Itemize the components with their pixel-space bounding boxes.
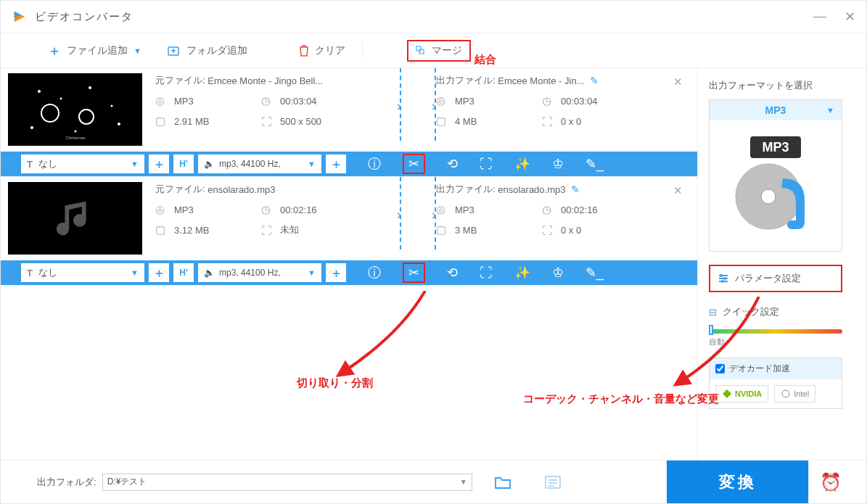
open-folder-icon[interactable] [494,475,511,489]
list-icon[interactable] [544,475,562,489]
output-file-label: 出力ファイル: [436,183,496,196]
rotate-icon[interactable]: ⟲ [447,156,458,172]
folder-plus-icon [168,45,181,57]
watermark-icon[interactable]: ♔ [552,156,564,172]
source-file-label: 元ファイル: [155,183,205,196]
dimension-icon: ⛶ [542,224,556,236]
format-icon: ◎ [436,94,451,107]
convert-button[interactable]: 変換 [667,460,808,504]
output-format-label: 出力フォーマットを選択 [709,79,842,92]
format-icon: ◎ [155,94,170,107]
minimize-button[interactable]: — [813,9,826,25]
subtitle-T-icon: T [27,268,33,278]
svg-point-23 [782,390,789,397]
crop-icon[interactable]: ⛶ [480,157,493,172]
format-card[interactable]: MP3▼ MP3 [709,99,842,252]
scissors-icon[interactable]: ✂ [408,157,419,171]
dimension-icon: ⛶ [261,115,276,128]
merge-button[interactable]: マージ [432,44,462,57]
cut-button-highlight: ✂ [403,154,425,174]
clock-icon: ◷ [542,94,556,107]
svg-point-11 [74,131,76,133]
parameter-settings-button[interactable]: パラメータ設定 [709,265,842,292]
output-folder-label: 出力フォルダ: [37,476,96,489]
crop-icon[interactable]: ⛶ [480,265,493,281]
add-file-button[interactable]: ファイル追加 [67,44,128,57]
effects-icon[interactable]: ✨ [514,156,530,172]
file-item: Christmas 元ファイル: Emcee Monte - Jingo Bel… [1,68,697,177]
speaker-icon: 🔈 [204,159,215,169]
nvidia-chip[interactable]: NVIDIA [715,385,768,402]
rename-icon[interactable]: ✎ [571,183,580,195]
hw-accel-checkbox[interactable] [715,364,725,373]
format-icon: ◎ [436,203,451,216]
subtitle-edit-button[interactable]: H' [173,263,194,282]
edit-icon[interactable]: ✎_ [585,156,604,172]
add-subtitle-button[interactable]: ＋ [149,263,169,282]
svg-point-4 [38,90,41,93]
subtitle-select[interactable]: Tなし▼ [21,263,144,282]
add-codec-button[interactable]: ＋ [326,263,346,282]
chevron-down-icon: ▼ [460,478,467,486]
rotate-icon[interactable]: ⟲ [447,265,458,281]
add-file-dropdown-icon[interactable]: ▼ [133,46,141,55]
svg-point-6 [89,86,91,89]
clock-icon: ◷ [542,203,556,216]
file-item: 元ファイル: ensolarado.mp3 ◎MP3◷00:02:16 ▢3.1… [1,177,697,286]
folder-icon: ▢ [436,223,451,236]
codec-select[interactable]: 🔈mp3, 44100 Hz,▼ [198,154,321,173]
codec-select[interactable]: 🔈mp3, 44100 Hz,▼ [198,263,321,282]
merge-button-highlight: マージ [407,40,471,62]
output-file-label: 出力ファイル: [436,74,496,87]
app-logo-icon [12,9,28,25]
effects-icon[interactable]: ✨ [514,265,530,281]
output-path-select[interactable]: D:¥テスト▼ [102,474,472,491]
svg-point-10 [30,126,33,129]
info-icon[interactable]: ⓘ [368,155,381,173]
subtitle-select[interactable]: Tなし▼ [21,154,144,173]
source-file-label: 元ファイル: [155,74,205,87]
hw-accel-card: デオカード加速 NVIDIA Intel [709,358,842,409]
close-button[interactable]: ✕ [845,9,855,25]
slider-icon [718,273,729,284]
folder-icon: ▢ [155,115,170,128]
clock-icon: ◷ [261,203,276,216]
subtitle-edit-button[interactable]: H' [173,154,194,173]
trash-icon [299,45,309,57]
edit-icon[interactable]: ✎_ [585,265,604,281]
source-file-name: ensolarado.mp3 [207,184,275,195]
subtitle-T-icon: T [27,159,33,170]
watermark-icon[interactable]: ♔ [552,265,564,281]
info-icon[interactable]: ⓘ [368,264,381,281]
merge-icon [416,46,427,56]
chevron-down-icon[interactable]: ▼ [826,106,834,115]
rename-icon[interactable]: ✎ [590,75,599,86]
scissors-icon[interactable]: ✂ [408,265,419,280]
thumbnail: Christmas [8,73,142,146]
add-subtitle-button[interactable]: ＋ [149,154,169,173]
add-codec-button[interactable]: ＋ [326,154,346,173]
svg-point-19 [761,189,776,204]
chevron-down-icon: ▼ [131,268,139,277]
source-file-name: Emcee Monte - Jingo Bell... [207,75,323,86]
dimension-icon: ⛶ [542,115,556,128]
intel-chip[interactable]: Intel [774,385,815,402]
quality-slider[interactable]: 自動 [709,329,842,347]
folder-icon: ▢ [436,115,451,128]
svg-point-5 [59,98,62,100]
svg-point-7 [110,105,112,107]
remove-item-icon[interactable]: ✕ [673,75,683,88]
folder-icon: ▢ [155,223,170,236]
speaker-icon: 🔈 [204,268,215,278]
svg-point-12 [118,123,120,125]
add-folder-button[interactable]: フォルダ追加 [186,44,247,57]
remove-item-icon[interactable]: ✕ [673,184,683,197]
schedule-icon[interactable]: ⏰ [808,460,852,504]
svg-rect-2 [419,49,424,54]
plus-collapse-icon[interactable]: ⊟ [709,307,717,318]
chevron-down-icon: ▼ [131,160,139,168]
svg-point-21 [723,277,726,280]
chevron-down-icon: ▼ [308,268,316,277]
clear-button[interactable]: クリア [315,44,345,57]
svg-text:Christmas: Christmas [65,136,85,140]
